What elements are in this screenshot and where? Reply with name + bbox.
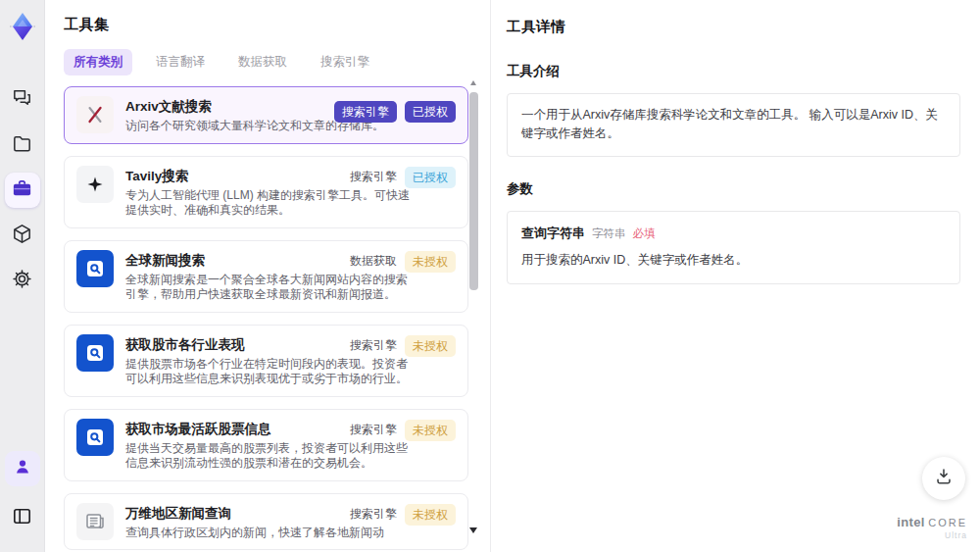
tab-data-acquisition[interactable]: 数据获取 [228, 49, 297, 75]
panel-toggle-icon [11, 505, 33, 531]
tool-description: 查询具体行政区划内的新闻，快速了解各地新闻动 [125, 526, 415, 541]
page-title: 工具集 [64, 16, 490, 34]
list-scrollbar[interactable] [469, 80, 478, 533]
tool-description: 专为人工智能代理 (LLM) 构建的搜索引擎工具。可快速提供实时、准确和真实的结… [125, 188, 415, 219]
param-required-flag: 必填 [633, 226, 656, 241]
arxiv-x-icon [76, 96, 114, 133]
auth-status-badge: 未授权 [405, 420, 456, 441]
tool-card-regional-news[interactable]: 万维地区新闻查询 查询具体行政区划内的新闻，快速了解各地新闻动 搜索引擎 未授权 [64, 493, 468, 551]
auth-status-badge: 未授权 [405, 504, 456, 526]
tab-search-engine[interactable]: 搜索引擎 [311, 49, 379, 75]
chat-icon [11, 87, 33, 114]
download-icon [933, 466, 955, 491]
app-logo-icon [5, 9, 40, 44]
sidebar-item-settings[interactable] [5, 263, 40, 298]
tab-language-translation[interactable]: 语言翻译 [146, 49, 215, 75]
sidebar-bottom [5, 446, 40, 540]
scroll-down-icon[interactable] [469, 527, 477, 533]
tool-intro-box: 一个用于从Arxiv存储库搜索科学论文和文章的工具。 输入可以是Arxiv ID… [507, 93, 960, 157]
tool-description: 全球新闻搜索是一个聚合全球各大新闻网站内容的搜索引擎，帮助用户快速获取全球最新资… [125, 273, 415, 303]
category-label: 搜索引擎 [350, 169, 397, 185]
category-badge: 搜索引擎 [334, 101, 397, 123]
brand-product: CORE [928, 517, 967, 528]
scrollbar-thumb[interactable] [469, 92, 478, 290]
auth-status-badge: 未授权 [405, 335, 456, 357]
tavily-star-icon [76, 166, 114, 203]
category-label: 搜索引擎 [350, 506, 397, 523]
download-button[interactable] [922, 457, 965, 500]
intro-heading: 工具介绍 [507, 63, 960, 80]
param-type: 字符串 [592, 226, 626, 241]
param-name: 查询字符串 [521, 225, 585, 242]
newspaper-icon [76, 503, 114, 540]
tool-cards: Arxiv文献搜索 访问各个研究领域大量科学论文和文章的存储库。 搜索引擎 已授… [64, 86, 468, 550]
sidebar-item-plugins[interactable] [5, 218, 40, 253]
app-window: 工具集 所有类别 语言翻译 数据获取 搜索引擎 Arxiv文献搜索 访问各个研究… [0, 0, 980, 552]
stock-search-icon [76, 334, 114, 372]
sidebar-item-profile[interactable] [5, 451, 40, 486]
tool-card-tavily[interactable]: Tavily搜索 专为人工智能代理 (LLM) 构建的搜索引擎工具。可快速提供实… [64, 156, 468, 228]
tool-list-panel: 工具集 所有类别 语言翻译 数据获取 搜索引擎 Arxiv文献搜索 访问各个研究… [45, 0, 490, 552]
auth-status-badge: 已授权 [405, 167, 456, 188]
folder-icon [11, 132, 33, 159]
category-tabs: 所有类别 语言翻译 数据获取 搜索引擎 [64, 49, 490, 75]
gear-icon [11, 268, 33, 294]
tool-card-arxiv[interactable]: Arxiv文献搜索 访问各个研究领域大量科学论文和文章的存储库。 搜索引擎 已授… [64, 86, 468, 144]
scroll-up-icon[interactable] [470, 80, 476, 85]
sidebar-item-panel-toggle[interactable] [5, 500, 40, 535]
brand-name: intel [897, 515, 924, 529]
news-search-icon [76, 250, 114, 287]
category-label: 搜索引擎 [350, 337, 397, 354]
parameter-item: 查询字符串 字符串 必填 用于搜索的Arxiv ID、关键字或作者姓名。 [507, 211, 960, 284]
tool-description: 提供股票市场各个行业在特定时间段内的表现。投资者可以利用这些信息来识别表现优于或… [125, 357, 415, 387]
category-label: 搜索引擎 [350, 422, 397, 438]
param-description: 用于搜索的Arxiv ID、关键字或作者姓名。 [521, 252, 946, 269]
tab-all-categories[interactable]: 所有类别 [64, 49, 132, 75]
cube-icon [11, 223, 33, 249]
tool-detail-panel: 工具详情 工具介绍 一个用于从Arxiv存储库搜索科学论文和文章的工具。 输入可… [490, 0, 980, 552]
brand-sub: Ultra [897, 531, 967, 540]
sidebar [0, 0, 45, 552]
auth-status-badge: 已授权 [405, 101, 456, 123]
auth-status-badge: 未授权 [405, 251, 456, 273]
tool-description: 提供当天交易量最高的股票列表，投资者可以利用这些信息来识别流动性强的股票和潜在的… [125, 441, 415, 472]
intel-core-logo: intel CORE Ultra [897, 516, 967, 540]
sidebar-item-files[interactable] [5, 127, 40, 163]
sidebar-item-tools[interactable] [5, 173, 40, 208]
tool-card-most-active-stocks[interactable]: 获取市场最活跃股票信息 提供当天交易量最高的股票列表，投资者可以利用这些信息来识… [64, 409, 468, 481]
user-icon [12, 456, 33, 481]
detail-title: 工具详情 [507, 18, 960, 36]
stock-search-icon [76, 419, 114, 456]
tool-card-global-news[interactable]: 全球新闻搜索 全球新闻搜索是一个聚合全球各大新闻网站内容的搜索引擎，帮助用户快速… [64, 240, 468, 313]
tool-card-sector-performance[interactable]: 获取股市各行业表现 提供股票市场各个行业在特定时间段内的表现。投资者可以利用这些… [64, 325, 468, 397]
category-label: 数据获取 [350, 253, 397, 270]
toolbox-icon [11, 177, 33, 204]
sidebar-item-chat[interactable] [5, 82, 40, 118]
params-heading: 参数 [507, 180, 960, 198]
